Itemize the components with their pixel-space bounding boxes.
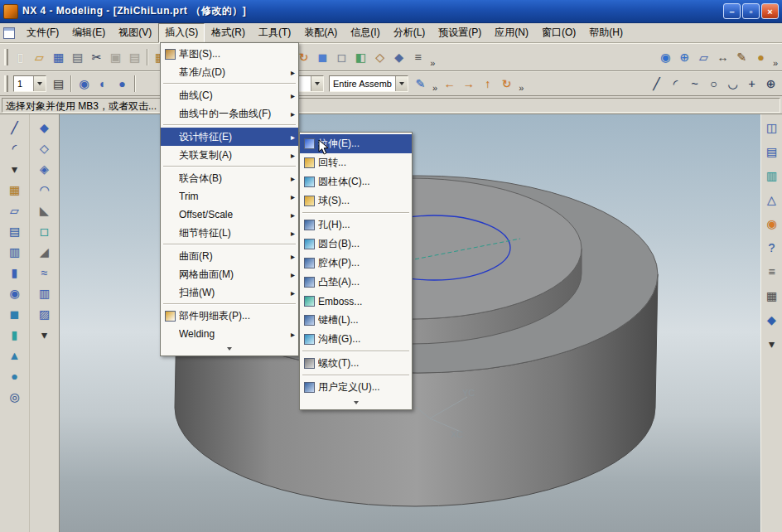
back-view-icon[interactable]: ← [440,75,459,93]
conic-tool-icon[interactable]: ◡ [723,75,742,93]
point-constructor-icon[interactable]: ⊕ [675,48,694,66]
minimize-button[interactable]: – [723,3,741,19]
intersect-icon[interactable]: ◈ [34,159,56,178]
menu-item-welding[interactable]: Welding [161,325,298,343]
restore-button[interactable]: ▫ [742,3,760,19]
notes-book-icon[interactable]: ▥ [4,242,26,261]
menu-item-sweep[interactable]: 扫描(W) [161,283,298,302]
save-icon[interactable]: ▦ [49,48,68,66]
visible-layers-icon[interactable]: ▥ [761,166,782,185]
menu-window[interactable]: 窗口(O) [535,23,582,43]
thread-icon[interactable]: ≈ [34,263,56,282]
scroll-down-icon[interactable]: ▾ [34,325,56,344]
line-icon[interactable]: ╱ [4,118,26,137]
enable-snap-icon[interactable]: ◉ [75,75,94,93]
menu-item-datum-point[interactable]: 基准/点(D) [161,63,298,81]
chamfer-icon[interactable]: ◣ [34,201,56,220]
selection-scope-combo[interactable]: Entire Assemb [329,75,408,92]
menu-item-parts-list[interactable]: 部件明细表(P)... [161,307,298,325]
copy-icon[interactable]: ▣ [106,48,125,66]
midpoint-snap-icon[interactable]: ◐ [94,75,113,93]
isometric-view-icon[interactable]: ◆ [389,48,408,66]
menu-information[interactable]: 信息(I) [344,23,386,43]
scroll-down-icon[interactable]: ▾ [761,334,782,353]
chevron-down-icon[interactable] [33,76,46,91]
view-window-icon[interactable]: ◫ [761,118,782,137]
menu-item-sketch[interactable]: 草图(S)... [161,45,298,63]
line-tool-icon[interactable]: ╱ [647,75,666,93]
menu-file[interactable]: 文件(F) [20,23,65,43]
ruler-icon[interactable]: ≡ [761,262,782,281]
overflow-button[interactable]: » [430,83,440,93]
sketch-icon[interactable]: ▦ [4,180,26,199]
menu-item-offset-scale[interactable]: Offset/Scale [161,206,298,224]
menu-item-cylinder[interactable]: 圆柱体(C)... [300,172,412,191]
cut-icon[interactable]: ✂ [87,48,106,66]
unite-icon[interactable]: ◆ [34,118,56,137]
menu-preferences[interactable]: 预设置(P) [432,23,488,43]
circle-tool-icon[interactable]: ○ [704,75,723,93]
up-view-icon[interactable]: ↑ [478,75,497,93]
shell-icon[interactable]: ◻ [34,221,56,240]
refresh-view-icon[interactable]: ↻ [497,75,516,93]
menu-item-curve-from-curves[interactable]: 曲线中的一条曲线(F) [161,104,298,123]
cap-icon[interactable]: ◆ [761,310,782,329]
info-icon[interactable]: ◉ [761,214,782,233]
snap-point-icon[interactable]: ◉ [656,48,675,66]
menu-assemblies[interactable]: 装配(A) [297,23,344,43]
shaded-view-icon[interactable]: ◼ [313,48,332,66]
menu-item-detail-feature[interactable]: 细节特征(L) [161,224,298,242]
menu-application[interactable]: 应用(N) [488,23,535,43]
overflow-button[interactable]: » [516,83,526,93]
layer-combo[interactable]: 1 [13,75,46,92]
edge-blend-icon[interactable]: ◠ [34,180,56,199]
menu-item-emboss[interactable]: Emboss... [300,292,412,311]
menu-insert[interactable]: 插入(S) [158,23,205,43]
helix-tool-icon[interactable]: ⊕ [761,75,780,93]
arc-icon[interactable]: ◜ [4,138,26,157]
point-tool-icon[interactable]: + [742,75,761,93]
datum-plane-icon[interactable]: ▱ [694,48,713,66]
studio-view-icon[interactable]: ◧ [351,48,370,66]
datum-csys-icon[interactable]: ▱ [4,201,26,220]
endpoint-snap-icon[interactable]: ● [113,75,132,93]
menu-format[interactable]: 格式(R) [205,23,252,43]
print-icon[interactable]: ▤ [68,48,87,66]
menu-item-associative-copy[interactable]: 关联复制(A) [161,146,298,164]
layers-icon[interactable]: ▤ [761,142,782,161]
menu-item-combine-bodies[interactable]: 联合体(B) [161,169,298,187]
toolbar-drag-handle[interactable] [4,49,8,65]
help-icon[interactable]: ? [761,238,782,257]
revolve-icon[interactable]: ◉ [4,283,26,302]
block-icon[interactable]: ◼ [4,304,26,323]
menu-item-sphere[interactable]: 球(S)... [300,191,412,210]
close-button[interactable]: × [761,3,779,19]
menu-item-curve[interactable]: 曲线(C) [161,86,298,104]
menu-item-pocket[interactable]: 腔体(P)... [300,254,412,273]
trimetric-view-icon[interactable]: ◇ [370,48,389,66]
instance-icon[interactable]: ▥ [34,283,56,302]
layer-settings-icon[interactable]: ▤ [49,75,68,93]
scroll-down-icon[interactable]: ▾ [4,159,26,178]
menu-help[interactable]: 帮助(H) [582,23,630,43]
cone-icon[interactable]: ▲ [4,346,26,365]
sphere-icon[interactable]: ● [4,366,26,385]
cylinder-icon[interactable]: ▮ [4,325,26,344]
menu-expand-chevron[interactable] [161,343,298,354]
overflow-button[interactable]: » [427,58,437,68]
subtract-icon[interactable]: ◇ [34,138,56,157]
object-color-icon[interactable]: ✎ [411,75,430,93]
chevron-down-icon[interactable] [311,76,323,91]
arc-tool-icon[interactable]: ◜ [666,75,685,93]
sew-icon[interactable]: ▨ [34,304,56,323]
measure-distance-icon[interactable]: ↔ [713,48,732,66]
menu-view[interactable]: 视图(V) [112,23,158,43]
grid-icon[interactable]: ▦ [761,286,782,305]
toolbar-drag-handle[interactable] [4,75,8,92]
menu-item-thread[interactable]: 螺纹(T)... [300,354,412,373]
menu-item-pad[interactable]: 凸垫(A)... [300,273,412,292]
menu-item-boss[interactable]: 圆台(B)... [300,235,412,254]
menu-item-extrude[interactable]: 拉伸(E)... [300,134,412,153]
chevron-down-icon[interactable] [395,76,408,91]
render-style-icon[interactable]: ● [751,48,770,66]
